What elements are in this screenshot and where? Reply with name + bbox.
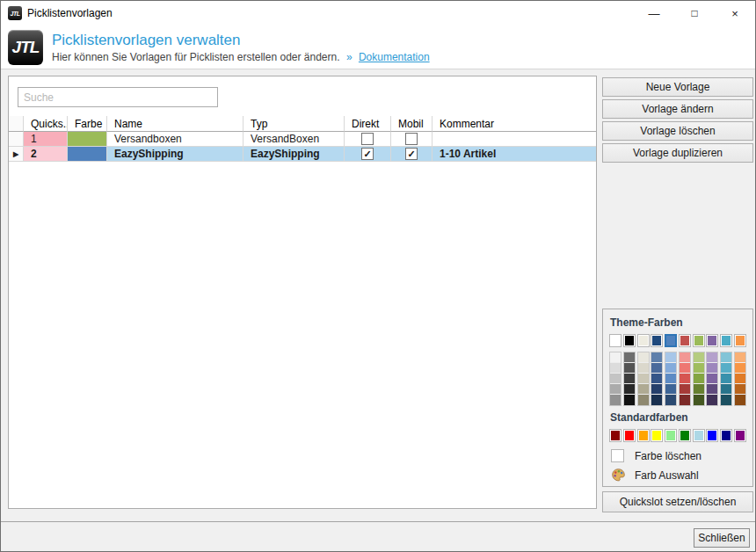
kommentar-cell[interactable]: 1-10 Artikel — [433, 147, 596, 162]
theme-shade-swatch[interactable] — [610, 374, 621, 384]
standard-color-swatch[interactable] — [706, 429, 718, 442]
clear-color-item[interactable]: Farbe löschen — [611, 447, 746, 465]
theme-color-swatch[interactable] — [693, 334, 705, 347]
theme-shade-swatch[interactable] — [694, 395, 704, 405]
standard-color-swatch[interactable] — [651, 429, 663, 442]
theme-color-swatch[interactable] — [679, 334, 691, 347]
standard-color-swatch[interactable] — [665, 429, 677, 442]
theme-shade-swatch[interactable] — [721, 395, 731, 405]
table-row[interactable]: 1VersandboxenVersandBoxen — [9, 132, 596, 147]
theme-shade-swatch[interactable] — [651, 384, 662, 395]
farbe-cell[interactable] — [68, 132, 107, 147]
theme-shade-swatch[interactable] — [707, 395, 717, 405]
documentation-link[interactable]: Dokumentation — [359, 51, 430, 63]
theme-shade-swatch[interactable] — [721, 374, 731, 384]
theme-shade-swatch[interactable] — [610, 384, 621, 395]
theme-shade-swatch[interactable] — [735, 352, 745, 363]
kommentar-cell[interactable] — [433, 132, 596, 147]
theme-shade-swatch[interactable] — [651, 363, 662, 374]
theme-shade-swatch[interactable] — [694, 352, 704, 363]
theme-shade-swatch[interactable] — [680, 395, 690, 405]
column-header-kommentar[interactable]: Kommentar — [433, 116, 596, 132]
theme-shade-swatch[interactable] — [624, 395, 635, 405]
theme-shade-swatch[interactable] — [707, 352, 717, 363]
theme-shade-swatch[interactable] — [707, 374, 717, 384]
theme-shade-swatch[interactable] — [721, 384, 731, 395]
quickslot-cell[interactable]: 2 — [24, 147, 68, 162]
theme-shade-swatch[interactable] — [694, 384, 704, 395]
farbe-cell[interactable] — [68, 147, 107, 162]
close-icon[interactable]: × — [715, 1, 755, 25]
table-row[interactable]: ▶2EazyShippingEazyShipping✓✓1-10 Artikel — [9, 147, 596, 162]
theme-shade-swatch[interactable] — [624, 352, 635, 363]
theme-color-swatch[interactable] — [706, 334, 718, 347]
minimize-icon[interactable]: — — [634, 1, 674, 25]
theme-shade-swatch[interactable] — [694, 363, 704, 374]
theme-shade-swatch[interactable] — [707, 363, 717, 374]
name-cell[interactable]: EazyShipping — [107, 147, 244, 162]
theme-shade-swatch[interactable] — [665, 384, 676, 395]
theme-shade-swatch[interactable] — [721, 352, 731, 363]
theme-color-swatch[interactable] — [720, 334, 732, 347]
close-dialog-button[interactable]: Schließen — [694, 528, 750, 548]
theme-color-swatch[interactable] — [651, 334, 663, 347]
standard-color-swatch[interactable] — [693, 429, 705, 442]
theme-shade-swatch[interactable] — [735, 374, 745, 384]
theme-shade-swatch[interactable] — [680, 352, 690, 363]
row-selector-cell[interactable] — [9, 132, 24, 147]
theme-shade-swatch[interactable] — [735, 384, 745, 395]
theme-shade-swatch[interactable] — [624, 374, 635, 384]
theme-color-swatch[interactable] — [665, 334, 677, 347]
theme-shade-swatch[interactable] — [624, 384, 635, 395]
column-header-quickslot[interactable]: Quicks... — [24, 116, 68, 132]
theme-shade-swatch[interactable] — [707, 384, 717, 395]
theme-shade-swatch[interactable] — [651, 374, 662, 384]
duplicate-template-button[interactable]: Vorlage duplizieren — [602, 143, 753, 163]
row-selector-cell[interactable]: ▶ — [9, 147, 24, 162]
name-cell[interactable]: Versandboxen — [107, 132, 244, 147]
quickslot-cell[interactable]: 1 — [24, 132, 68, 147]
standard-color-swatch[interactable] — [623, 429, 636, 442]
theme-shade-swatch[interactable] — [680, 363, 690, 374]
theme-shade-swatch[interactable] — [610, 352, 621, 363]
theme-shade-swatch[interactable] — [651, 352, 662, 363]
theme-color-swatch[interactable] — [623, 334, 636, 347]
standard-color-swatch[interactable] — [679, 429, 691, 442]
delete-template-button[interactable]: Vorlage löschen — [602, 121, 753, 141]
new-template-button[interactable]: Neue Vorlage — [602, 77, 753, 97]
theme-color-swatch[interactable] — [734, 334, 746, 347]
theme-shade-swatch[interactable] — [638, 352, 649, 363]
theme-shade-swatch[interactable] — [735, 363, 745, 374]
column-header-mobil[interactable]: Mobil — [391, 116, 433, 132]
theme-shade-swatch[interactable] — [610, 395, 621, 405]
theme-color-swatch[interactable] — [609, 334, 622, 347]
standard-color-swatch[interactable] — [637, 429, 650, 442]
theme-shade-swatch[interactable] — [638, 384, 649, 395]
theme-shade-swatch[interactable] — [694, 374, 704, 384]
theme-shade-swatch[interactable] — [638, 395, 649, 405]
standard-color-swatch[interactable] — [609, 429, 622, 442]
standard-color-swatch[interactable] — [720, 429, 732, 442]
theme-color-swatch[interactable] — [637, 334, 650, 347]
theme-shade-swatch[interactable] — [624, 363, 635, 374]
theme-shade-swatch[interactable] — [665, 374, 676, 384]
theme-shade-swatch[interactable] — [638, 363, 649, 374]
typ-cell[interactable]: EazyShipping — [244, 147, 345, 162]
theme-shade-swatch[interactable] — [651, 395, 662, 405]
theme-shade-swatch[interactable] — [610, 363, 621, 374]
direkt-checkbox[interactable] — [361, 133, 374, 145]
theme-shade-swatch[interactable] — [680, 384, 690, 395]
mobil-checkbox[interactable] — [405, 133, 418, 145]
edit-template-button[interactable]: Vorlage ändern — [602, 99, 753, 119]
maximize-icon[interactable]: □ — [674, 1, 715, 25]
theme-shade-swatch[interactable] — [721, 363, 731, 374]
search-input[interactable] — [18, 87, 218, 107]
direkt-checkbox[interactable]: ✓ — [361, 148, 374, 160]
theme-shade-swatch[interactable] — [665, 352, 676, 363]
column-header-direkt[interactable]: Direkt — [345, 116, 391, 132]
typ-cell[interactable]: VersandBoxen — [244, 132, 345, 147]
pick-color-item[interactable]: Farb Auswahl — [611, 466, 746, 484]
quickslot-toggle-button[interactable]: Quickslot setzen/löschen — [602, 491, 753, 512]
column-header-farbe[interactable]: Farbe — [68, 116, 107, 132]
theme-shade-swatch[interactable] — [665, 395, 676, 405]
